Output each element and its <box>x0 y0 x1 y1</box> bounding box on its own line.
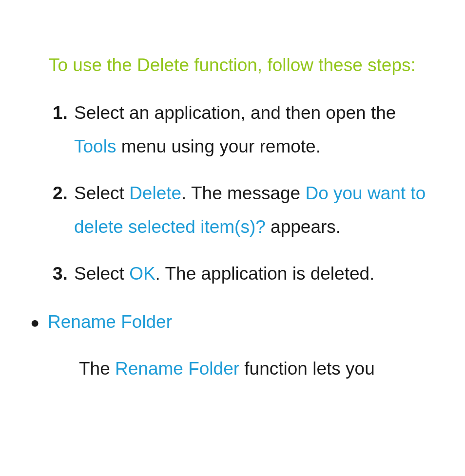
text-run: Select <box>74 183 129 203</box>
step-2: 2. Select Delete. The message Do you wan… <box>53 177 436 244</box>
page: To use the Delete function, follow these… <box>0 0 465 476</box>
step-3: 3. Select OK. The application is deleted… <box>53 257 436 290</box>
text-run: Select <box>74 264 129 284</box>
bullet-icon: ● <box>30 308 48 337</box>
intro-heading: To use the Delete function, follow these… <box>49 49 436 82</box>
text-run: function lets you <box>239 359 375 379</box>
step-1: 1. Select an application, and then open … <box>53 96 436 163</box>
step-body: Select an application, and then open the… <box>74 96 436 163</box>
steps-list: 1. Select an application, and then open … <box>53 96 436 290</box>
text-run: . The message <box>181 183 305 203</box>
step-number: 3. <box>53 257 74 290</box>
text-run: Rename Folder <box>115 359 239 379</box>
bullet-label: Rename Folder <box>48 305 172 339</box>
text-run: menu using your remote. <box>116 136 321 156</box>
text-run: Delete <box>129 183 181 203</box>
step-number: 2. <box>53 177 74 244</box>
text-run: The <box>79 359 115 379</box>
step-body: Select OK. The application is deleted. <box>74 257 436 290</box>
step-number: 1. <box>53 96 74 163</box>
text-run: appears. <box>266 217 341 237</box>
step-body: Select Delete. The message Do you want t… <box>74 177 436 244</box>
text-run: . The application is deleted. <box>155 264 375 284</box>
bullet-paragraph: The Rename Folder function lets you <box>79 352 436 385</box>
bullet-section: ● Rename Folder The Rename Folder functi… <box>30 305 436 386</box>
text-run: Select an application, and then open the <box>74 103 396 123</box>
text-run: OK <box>129 264 155 284</box>
bullet-row: ● Rename Folder <box>30 305 436 339</box>
text-run: Tools <box>74 136 116 156</box>
